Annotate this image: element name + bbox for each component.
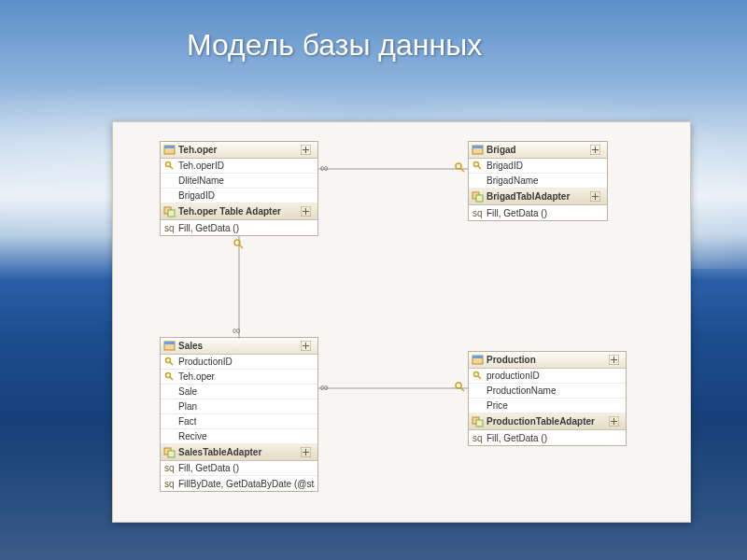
entity-header: Teh.oper: [161, 142, 317, 159]
svg-line-61: [239, 245, 243, 248]
column-icon: [472, 399, 484, 412]
entity-tehoper[interactable]: Teh.oper Teh.operID DlitelName BrigadID …: [160, 141, 318, 236]
svg-text:∞: ∞: [320, 381, 329, 394]
column-row: Teh.operID: [161, 159, 317, 174]
adapter-icon: [163, 205, 176, 217]
relation-cap-many-icon: ∞: [320, 381, 333, 394]
column-icon: [472, 385, 484, 397]
expand-icon[interactable]: [589, 144, 601, 156]
svg-line-34: [170, 377, 173, 380]
svg-line-48: [478, 376, 481, 379]
adapter-icon: [472, 190, 484, 203]
adapter-title: Teh.oper Table Adapter: [178, 206, 300, 217]
svg-line-66: [460, 387, 464, 391]
column-row: ProductionName: [469, 384, 626, 399]
adapter-header: BrigadTablAdapter: [469, 189, 607, 205]
svg-rect-36: [168, 451, 175, 457]
column-row: ProductionID: [161, 355, 317, 370]
method-icon: sql: [163, 222, 176, 234]
relation-cap-key-icon: [233, 238, 246, 251]
key-icon: [163, 160, 176, 172]
expand-icon[interactable]: [608, 354, 620, 366]
adapter-title: SalesTableAdapter: [178, 447, 300, 457]
method-row: sql Fill, GetData (): [469, 430, 626, 445]
adapter-header: Teh.oper Table Adapter: [161, 203, 317, 220]
svg-rect-50: [476, 420, 483, 427]
entity-sales[interactable]: Sales ProductionID Teh.oper Sale Plan Fa…: [160, 337, 318, 492]
svg-rect-43: [472, 356, 483, 358]
relation-cap-many-icon: ∞: [320, 161, 333, 175]
expand-icon[interactable]: [300, 205, 312, 217]
entity-header: Brigad: [469, 142, 607, 159]
adapter-title: ProductionTableAdapter: [486, 416, 608, 427]
adapter-icon: [163, 446, 176, 458]
column-icon: [163, 175, 176, 187]
column-row: DlitelName: [161, 174, 317, 189]
entity-title: Sales: [178, 341, 300, 351]
svg-line-19: [478, 166, 481, 169]
key-icon: [163, 356, 176, 368]
column-row: BrigadID: [161, 189, 317, 203]
column-icon: [163, 400, 176, 413]
table-icon: [472, 144, 484, 156]
expand-icon[interactable]: [300, 340, 312, 352]
column-row: BrigadName: [469, 174, 607, 189]
adapter-title: BrigadTablAdapter: [486, 191, 589, 202]
svg-rect-8: [168, 210, 175, 217]
method-row: sql FillByDate, GetDataByDate (@startDat…: [161, 476, 317, 491]
diagram-canvas: Teh.oper Teh.operID DlitelName BrigadID …: [112, 121, 691, 523]
column-icon: [163, 415, 176, 427]
svg-text:∞: ∞: [233, 324, 241, 337]
column-row: Recive: [161, 429, 317, 444]
svg-rect-1: [164, 146, 175, 148]
svg-line-32: [170, 362, 173, 365]
svg-rect-27: [164, 342, 175, 344]
method-row: sql Fill, GetData (): [161, 220, 317, 235]
entity-brigad[interactable]: Brigad BrigadID BrigadName BrigadTablAda…: [468, 141, 608, 221]
entity-title: Teh.oper: [178, 145, 300, 155]
relation-cap-key-icon: [454, 161, 467, 175]
column-icon: [163, 430, 176, 442]
svg-point-33: [166, 373, 171, 378]
relation-cap-key-icon: [454, 381, 467, 394]
relation-sales-production: [318, 379, 468, 398]
method-row: sql Fill, GetData (): [161, 461, 317, 476]
entity-header: Sales: [161, 338, 317, 355]
column-row: Sale: [161, 385, 317, 399]
entity-title: Brigad: [486, 145, 589, 155]
relation-tehoper-brigad: [318, 160, 468, 178]
entity-production[interactable]: Production productionID ProductionName P…: [468, 351, 627, 446]
column-row: Plan: [161, 399, 317, 414]
expand-icon[interactable]: [300, 144, 312, 156]
column-icon: [163, 189, 176, 202]
method-icon: sql: [472, 207, 484, 219]
adapter-header: ProductionTableAdapter: [469, 413, 626, 430]
svg-text:∞: ∞: [320, 161, 329, 175]
adapter-icon: [472, 415, 484, 427]
entity-header: Production: [469, 352, 626, 369]
method-icon: sql: [163, 478, 176, 490]
entity-title: Production: [486, 355, 608, 365]
table-icon: [472, 354, 484, 366]
svg-point-31: [166, 358, 171, 363]
svg-text:sql: sql: [164, 479, 175, 489]
column-row: Teh.oper: [161, 370, 317, 385]
svg-point-18: [474, 162, 479, 167]
svg-text:sql: sql: [164, 463, 175, 473]
expand-icon[interactable]: [589, 190, 601, 203]
method-row: sql Fill, GetData (): [469, 205, 607, 220]
table-icon: [163, 144, 176, 156]
svg-point-5: [166, 162, 171, 167]
svg-text:sql: sql: [472, 208, 483, 218]
table-icon: [163, 340, 176, 352]
expand-icon[interactable]: [608, 415, 620, 427]
expand-icon[interactable]: [300, 446, 312, 458]
adapter-header: SalesTableAdapter: [161, 444, 317, 461]
method-icon: sql: [163, 462, 176, 474]
column-row: productionID: [469, 369, 626, 384]
column-row: Price: [469, 399, 626, 413]
column-row: Fact: [161, 414, 317, 429]
column-row: BrigadID: [469, 159, 607, 174]
svg-rect-14: [472, 146, 483, 148]
svg-text:sql: sql: [164, 223, 175, 233]
